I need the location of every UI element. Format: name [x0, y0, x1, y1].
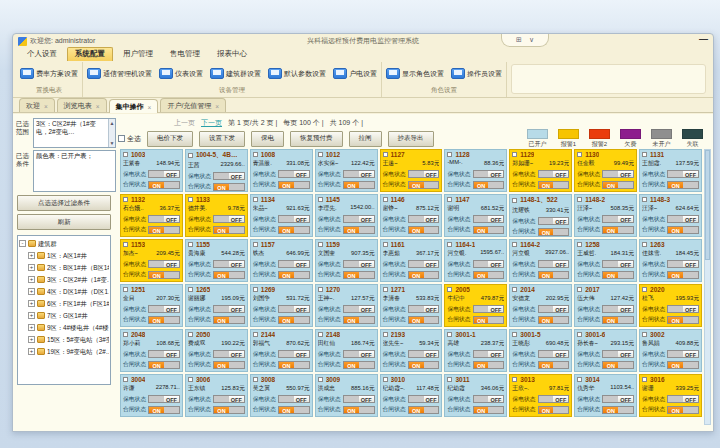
supply-off-button[interactable]: OFF [618, 216, 633, 222]
tree-item[interactable]: +15区：5#变电站（3#变… [19, 334, 109, 346]
switch-on-button[interactable]: ON [539, 407, 554, 413]
supply-toggle[interactable]: OFF [538, 260, 570, 268]
meter-card[interactable]: 1164-2河立银3927.06..保电状态OFF合闸状态ON [509, 239, 572, 282]
switch-toggle[interactable]: ON [148, 271, 180, 279]
listbox-scrollbar[interactable]: ▲ ▼ [108, 119, 115, 147]
supply-off-button[interactable]: OFF [164, 396, 179, 402]
switch-toggle[interactable]: ON [538, 406, 570, 414]
switch-toggle[interactable]: ON [602, 406, 634, 414]
ribbon-button[interactable]: 操作员设置 [450, 67, 503, 80]
supply-off-button[interactable]: OFF [553, 396, 568, 402]
meter-card[interactable]: 2148田红仙186.74元保电状态OFF合闸状态ON [315, 329, 378, 372]
switch-toggle[interactable]: ON [473, 361, 505, 369]
switch-on-button[interactable]: ON [409, 272, 424, 278]
supply-off-button[interactable]: OFF [229, 216, 244, 222]
menu-item-1[interactable]: 系统配置 [67, 47, 113, 61]
switch-on-button[interactable]: ON [214, 407, 229, 413]
tree-item[interactable]: +3区：C区2#井（1#变… [19, 274, 109, 286]
supply-off-button[interactable]: OFF [424, 216, 439, 222]
switch-off-segment[interactable] [294, 407, 309, 413]
meter-card[interactable]: 1147谢明681.52元保电状态OFF合闸状态ON [444, 194, 507, 237]
switch-on-button[interactable]: ON [149, 317, 164, 323]
meter-card[interactable]: 1130任金毅99.49元保电状态OFF合闸状态ON [574, 149, 637, 192]
switch-toggle[interactable]: ON [538, 316, 570, 324]
supply-on-segment[interactable] [344, 351, 359, 357]
supply-on-segment[interactable] [214, 173, 229, 179]
card-checkbox[interactable] [577, 332, 582, 337]
switch-off-segment[interactable] [229, 317, 244, 323]
switch-off-segment[interactable] [229, 272, 244, 278]
supply-on-segment[interactable] [603, 171, 618, 177]
switch-on-button[interactable]: ON [279, 182, 294, 188]
menu-item-3[interactable]: 售电管理 [163, 48, 207, 61]
meter-card[interactable]: 3008吴之翼550.97元保电状态OFF合闸状态ON [250, 374, 313, 417]
card-checkbox[interactable] [577, 242, 582, 247]
supply-off-button[interactable]: OFF [683, 216, 698, 222]
chevron-down-icon[interactable]: ∨ [529, 36, 534, 44]
menu-item-0[interactable]: 个人设置 [20, 48, 64, 61]
card-checkbox[interactable] [512, 198, 517, 203]
supply-on-segment[interactable] [668, 396, 683, 402]
supply-toggle[interactable]: OFF [213, 172, 245, 180]
switch-off-segment[interactable] [488, 362, 503, 368]
switch-on-button[interactable]: ON [474, 407, 489, 413]
card-checkbox[interactable] [253, 152, 258, 157]
switch-toggle[interactable]: ON [408, 361, 440, 369]
card-checkbox[interactable] [253, 242, 258, 247]
supply-on-segment[interactable] [603, 351, 618, 357]
supply-on-segment[interactable] [279, 351, 294, 357]
menu-item-2[interactable]: 用户管理 [116, 48, 160, 61]
supply-off-button[interactable]: OFF [424, 396, 439, 402]
supply-off-button[interactable]: OFF [553, 306, 568, 312]
supply-toggle[interactable]: OFF [343, 350, 375, 358]
supply-toggle[interactable]: OFF [667, 215, 699, 223]
supply-off-button[interactable]: OFF [229, 261, 244, 267]
switch-on-button[interactable]: ON [214, 227, 229, 233]
card-checkbox[interactable] [512, 152, 517, 157]
switch-toggle[interactable]: ON [602, 316, 634, 324]
switch-off-segment[interactable] [683, 317, 698, 323]
switch-on-button[interactable]: ON [474, 182, 489, 188]
switch-on-button[interactable]: ON [539, 272, 554, 278]
supply-off-button[interactable]: OFF [488, 306, 503, 312]
card-checkbox[interactable] [318, 242, 323, 247]
card-checkbox[interactable] [512, 242, 517, 247]
switch-on-button[interactable]: ON [539, 317, 554, 323]
meter-card[interactable]: 1157铁杰646.99元保电状态OFF合闸状态ON [250, 239, 313, 282]
supply-off-button[interactable]: OFF [164, 171, 179, 177]
switch-off-segment[interactable] [553, 407, 568, 413]
switch-on-button[interactable]: ON [344, 362, 359, 368]
supply-off-button[interactable]: OFF [359, 396, 374, 402]
meter-card[interactable]: 1132石合娥..36.37元保电状态OFF合闸状态ON [120, 194, 183, 237]
supply-toggle[interactable]: OFF [408, 395, 440, 403]
switch-toggle[interactable]: ON [473, 271, 505, 279]
meter-card[interactable]: 3016谢珊339.25元保电状态OFF合闸状态ON [639, 374, 702, 417]
card-checkbox[interactable] [383, 377, 388, 382]
meter-card[interactable]: 1148-1、522沈耀铁330.41元保电状态OFF合闸状态ON [509, 194, 572, 237]
switch-off-segment[interactable] [683, 272, 698, 278]
card-checkbox[interactable] [188, 197, 193, 202]
card-checkbox[interactable] [188, 332, 193, 337]
card-checkbox[interactable] [642, 242, 647, 247]
ribbon-button[interactable]: 建筑群设置 [209, 67, 262, 80]
card-checkbox[interactable] [123, 197, 128, 202]
tab-3[interactable]: 开户/充值管理× [160, 98, 226, 112]
supply-off-button[interactable]: OFF [294, 396, 309, 402]
switch-on-button[interactable]: ON [409, 227, 424, 233]
switch-toggle[interactable]: ON [408, 406, 440, 414]
meter-card[interactable]: 1263佳妹雪.184.45元保电状态OFF合闸状态ON [639, 239, 702, 282]
switch-on-button[interactable]: ON [214, 272, 229, 278]
supply-toggle[interactable]: OFF [148, 260, 180, 268]
supply-off-button[interactable]: OFF [488, 396, 503, 402]
supply-on-segment[interactable] [149, 216, 164, 222]
switch-on-button[interactable]: ON [603, 182, 618, 188]
switch-toggle[interactable]: ON [538, 361, 570, 369]
switch-off-segment[interactable] [488, 407, 503, 413]
meter-card[interactable]: 3006王东镇125.83元保电状态OFF合闸状态ON [185, 374, 248, 417]
supply-toggle[interactable]: OFF [667, 170, 699, 178]
switch-toggle[interactable]: ON [343, 181, 375, 189]
tree-item[interactable]: +4区：D区1#井（D区1… [19, 286, 109, 298]
supply-toggle[interactable]: OFF [408, 305, 440, 313]
switch-off-segment[interactable] [229, 362, 244, 368]
supply-on-segment[interactable] [474, 396, 489, 402]
